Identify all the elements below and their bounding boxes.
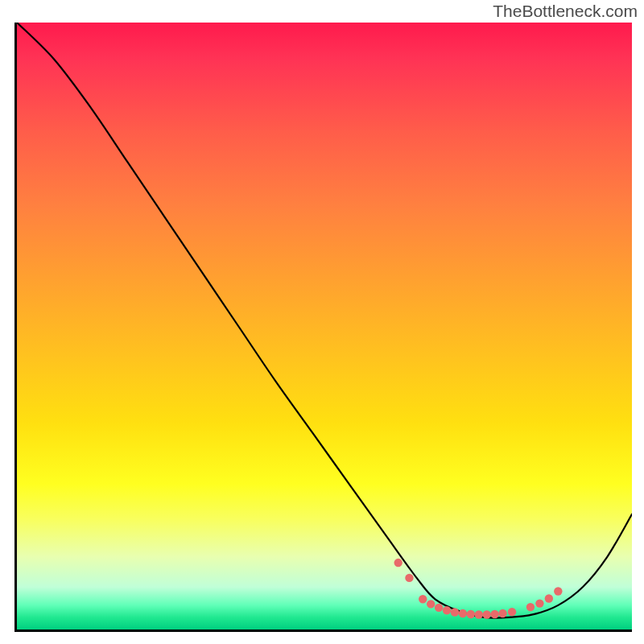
highlight-dot <box>419 595 427 603</box>
watermark-text: TheBottleneck.com <box>493 2 638 21</box>
highlight-dot <box>451 608 459 616</box>
highlight-dot <box>483 610 491 618</box>
chart-container: TheBottleneck.com <box>0 0 644 644</box>
highlight-dots-group <box>394 559 562 619</box>
highlight-dot <box>435 604 443 612</box>
highlight-dot <box>459 609 467 617</box>
highlight-dot <box>427 600 435 608</box>
plot-area <box>14 23 632 632</box>
highlight-dot <box>508 608 516 616</box>
chart-svg <box>17 23 632 630</box>
highlight-dot <box>443 606 451 614</box>
highlight-dot <box>467 610 475 618</box>
highlight-dot <box>526 603 535 611</box>
highlight-dot <box>475 610 483 618</box>
highlight-dot <box>545 594 553 602</box>
main-curve <box>17 23 632 618</box>
highlight-dot <box>554 587 562 595</box>
highlight-dot <box>394 559 402 567</box>
highlight-dot <box>490 610 498 618</box>
highlight-dot <box>498 609 506 617</box>
highlight-dot <box>405 574 413 582</box>
highlight-dot <box>535 599 543 607</box>
